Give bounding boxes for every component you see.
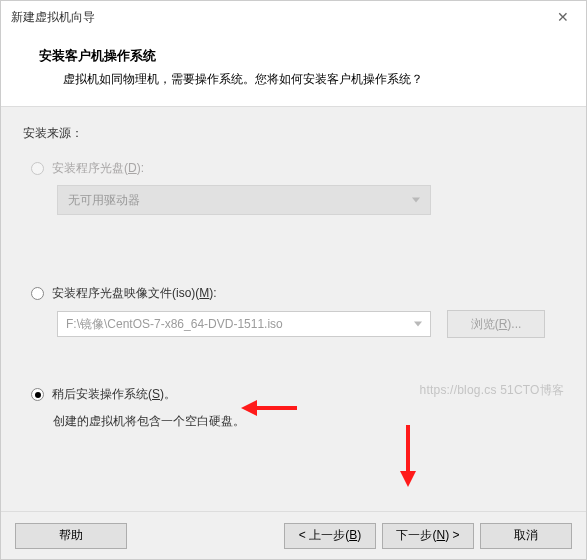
wizard-dialog: 新建虚拟机向导 ✕ 安装客户机操作系统 虚拟机如同物理机，需要操作系统。您将如何… <box>0 0 587 560</box>
option-install-iso[interactable]: 安装程序光盘映像文件(iso)(M): <box>31 285 564 302</box>
annotation-arrow-left <box>239 395 301 421</box>
iso-row: F:\镜像\CentOS-7-x86_64-DVD-1511.iso 浏览(R)… <box>57 310 564 338</box>
radio-disc <box>31 162 44 175</box>
option-iso-label: 安装程序光盘映像文件(iso)(M): <box>52 285 217 302</box>
window-title: 新建虚拟机向导 <box>11 9 540 26</box>
close-button[interactable]: ✕ <box>540 1 586 33</box>
next-button[interactable]: 下一步(N) > <box>382 523 474 549</box>
cancel-button-label: 取消 <box>514 527 538 544</box>
back-button[interactable]: < 上一步(B) <box>284 523 376 549</box>
disc-drive-value: 无可用驱动器 <box>68 192 140 209</box>
cancel-button[interactable]: 取消 <box>480 523 572 549</box>
next-button-label: 下一步(N) > <box>396 527 459 544</box>
browse-button: 浏览(R)... <box>447 310 545 338</box>
iso-path-combo[interactable]: F:\镜像\CentOS-7-x86_64-DVD-1511.iso <box>57 311 431 337</box>
close-icon: ✕ <box>557 9 569 25</box>
iso-path-value: F:\镜像\CentOS-7-x86_64-DVD-1511.iso <box>66 316 283 333</box>
help-button-label: 帮助 <box>59 527 83 544</box>
radio-dot-icon <box>35 392 41 398</box>
option-later-note: 创建的虚拟机将包含一个空白硬盘。 <box>53 413 564 430</box>
titlebar: 新建虚拟机向导 ✕ <box>1 1 586 33</box>
option-later-label: 稍后安装操作系统(S)。 <box>52 386 176 403</box>
radio-later[interactable] <box>31 388 44 401</box>
wizard-content: 安装来源： 安装程序光盘(D): 无可用驱动器 安装程序光盘映像文件(iso)(… <box>1 107 586 511</box>
page-title: 安装客户机操作系统 <box>39 47 562 65</box>
browse-button-label: 浏览(R)... <box>471 316 522 333</box>
option-install-disc: 安装程序光盘(D): <box>31 160 564 177</box>
chevron-down-icon <box>414 322 422 327</box>
back-button-label: < 上一步(B) <box>299 527 361 544</box>
disc-drive-dropdown: 无可用驱动器 <box>57 185 431 215</box>
install-source-label: 安装来源： <box>23 125 564 142</box>
svg-marker-3 <box>400 471 416 487</box>
spacer <box>23 215 564 285</box>
chevron-down-icon <box>412 198 420 203</box>
help-button[interactable]: 帮助 <box>15 523 127 549</box>
wizard-header: 安装客户机操作系统 虚拟机如同物理机，需要操作系统。您将如何安装客户机操作系统？ <box>1 33 586 107</box>
spacer <box>23 338 564 386</box>
radio-iso[interactable] <box>31 287 44 300</box>
page-subtitle: 虚拟机如同物理机，需要操作系统。您将如何安装客户机操作系统？ <box>63 71 562 88</box>
annotation-arrow-down <box>395 421 421 489</box>
svg-marker-1 <box>241 400 257 416</box>
wizard-footer: 帮助 < 上一步(B) 下一步(N) > 取消 <box>1 511 586 559</box>
option-disc-label: 安装程序光盘(D): <box>52 160 144 177</box>
